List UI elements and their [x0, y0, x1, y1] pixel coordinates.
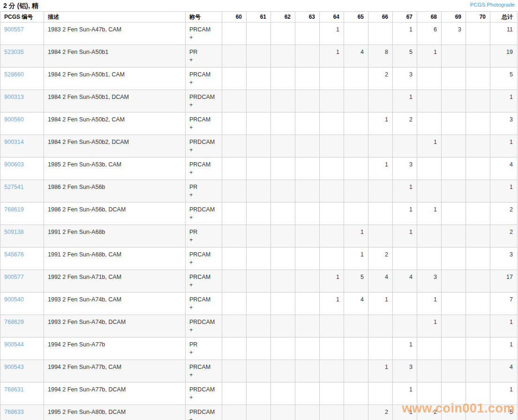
grade-count-cell — [417, 225, 442, 248]
grade-count-cell — [271, 382, 295, 405]
total-cell: 4 — [490, 360, 518, 382]
designation-cell: PRCAM+ — [186, 292, 222, 315]
designation-cell: PRCAM+ — [186, 270, 222, 292]
grade-count-cell — [222, 135, 247, 158]
pcgs-number-link[interactable]: 768619 — [4, 206, 24, 213]
pcgs-number-cell: 527541 — [0, 180, 44, 202]
grade-count-cell: 1 — [417, 315, 442, 338]
grade-count-cell — [466, 360, 490, 382]
grade-count-cell: 1 — [417, 292, 442, 315]
designation-cell: PRDCAM+ — [186, 90, 222, 112]
grade-count-cell — [295, 90, 320, 112]
pcgs-number-link[interactable]: 768633 — [4, 409, 24, 415]
table-row: 900544 1994 2 Fen Sun-A77b PR+ 1 1 — [0, 338, 518, 360]
grade-count-cell: 1 — [368, 112, 393, 135]
grade-count-cell — [247, 292, 271, 315]
grade-count-cell — [247, 360, 271, 382]
grade-count-cell — [466, 180, 490, 202]
pcgs-number-link[interactable]: 768631 — [4, 386, 24, 393]
designation-label: PRCAM — [189, 363, 218, 371]
grade-count-cell — [271, 338, 295, 360]
grade-count-cell — [320, 338, 344, 360]
table-row: 768619 1986 2 Fen Sun-A56b, DCAM PRDCAM+… — [0, 202, 518, 225]
designation-cell: PR+ — [186, 180, 222, 202]
pcgs-number-link[interactable]: 768629 — [4, 319, 24, 325]
pcgs-number-link[interactable]: 900557 — [4, 26, 24, 33]
grade-count-cell: 6 — [417, 22, 442, 45]
pcgs-number-link[interactable]: 900560 — [4, 116, 24, 123]
grade-count-cell — [417, 68, 442, 90]
grade-count-cell: 1 — [320, 270, 344, 292]
grade-count-cell — [393, 248, 417, 270]
grade-count-cell — [222, 112, 247, 135]
grade-count-cell — [271, 405, 295, 420]
grade-count-cell: 3 — [393, 360, 417, 382]
pcgs-number-link[interactable]: 900544 — [4, 341, 24, 348]
grade-count-cell — [222, 270, 247, 292]
grade-count-cell — [466, 202, 490, 225]
grade-count-cell — [393, 292, 417, 315]
grade-count-cell — [466, 45, 490, 68]
pcgs-number-link[interactable]: 509138 — [4, 229, 24, 235]
pcgs-number-link[interactable]: 900577 — [4, 274, 24, 280]
grade-count-cell — [368, 225, 393, 248]
table-row: 523035 1984 2 Fen Sun-A50b1 PR+ 14851 19 — [0, 45, 518, 68]
grade-count-cell — [295, 135, 320, 158]
coin-description: 1983 2 Fen Sun-A47b, CAM — [44, 22, 186, 45]
population-table: PCGS 编号 描述 称号 60 61 62 63 64 65 66 67 68… — [0, 11, 518, 420]
designation-label: PR — [189, 228, 218, 236]
grade-count-cell — [466, 338, 490, 360]
designation-plus: + — [189, 79, 218, 87]
pcgs-number-link[interactable]: 527541 — [4, 184, 24, 190]
coin-description: 1994 2 Fen Sun-A77b, CAM — [44, 360, 186, 382]
grade-count-cell — [247, 22, 271, 45]
pcgs-number-cell: 509138 — [0, 225, 44, 248]
pcgs-number-link[interactable]: 523035 — [4, 49, 24, 55]
grade-count-cell: 2 — [368, 405, 393, 420]
pcgs-number-link[interactable]: 900313 — [4, 94, 24, 100]
pcgs-number-cell: 900313 — [0, 90, 44, 112]
grade-count-cell — [344, 338, 368, 360]
grade-count-cell — [295, 225, 320, 248]
grade-count-cell — [295, 338, 320, 360]
grade-count-cell — [222, 202, 247, 225]
grade-count-cell — [222, 68, 247, 90]
grade-count-cell — [320, 248, 344, 270]
coin-description: 1995 2 Fen Sun-A80b, DCAM — [44, 405, 186, 420]
designation-plus: + — [189, 124, 218, 132]
grade-count-cell — [344, 158, 368, 180]
grade-count-cell — [295, 292, 320, 315]
designation-cell: PRDCAM+ — [186, 202, 222, 225]
grade-count-cell — [295, 360, 320, 382]
grade-count-cell: 8 — [368, 45, 393, 68]
designation-cell: PRCAM+ — [186, 68, 222, 90]
grade-count-cell: 4 — [344, 292, 368, 315]
pcgs-number-link[interactable]: 545676 — [4, 251, 24, 258]
grade-count-cell: 1 — [417, 45, 442, 68]
grade-count-cell — [320, 315, 344, 338]
grade-count-cell — [442, 68, 466, 90]
table-row: 900557 1983 2 Fen Sun-A47b, CAM PRCAM+ 1… — [0, 22, 518, 45]
pcgs-number-link[interactable]: 900603 — [4, 161, 24, 168]
pcgs-number-cell: 545676 — [0, 248, 44, 270]
grade-count-cell — [271, 270, 295, 292]
population-report-page: 2 分 (铝), 精 PCGS Photograde PCGS 编号 描述 称号… — [0, 0, 518, 420]
total-cell: 2 — [490, 225, 518, 248]
grade-count-cell: 1 — [368, 292, 393, 315]
grade-count-cell: 1 — [393, 180, 417, 202]
grade-count-cell: 3 — [442, 22, 466, 45]
grade-count-cell: 2 — [368, 68, 393, 90]
grade-count-cell — [271, 225, 295, 248]
grade-count-cell — [442, 90, 466, 112]
pcgs-number-link[interactable]: 900540 — [4, 296, 24, 303]
pcgs-number-link[interactable]: 528660 — [4, 71, 24, 78]
pcgs-number-link[interactable]: 900314 — [4, 139, 24, 145]
grade-count-cell — [222, 90, 247, 112]
coin-description: 1985 2 Fen Sun-A53b, CAM — [44, 158, 186, 180]
pcgs-number-link[interactable]: 900543 — [4, 364, 24, 370]
pcgs-number-cell: 900543 — [0, 360, 44, 382]
designation-cell: PRDCAM+ — [186, 405, 222, 420]
photograde-link[interactable]: PCGS Photograde — [470, 1, 515, 8]
grade-count-cell — [295, 315, 320, 338]
grade-count-cell — [247, 90, 271, 112]
